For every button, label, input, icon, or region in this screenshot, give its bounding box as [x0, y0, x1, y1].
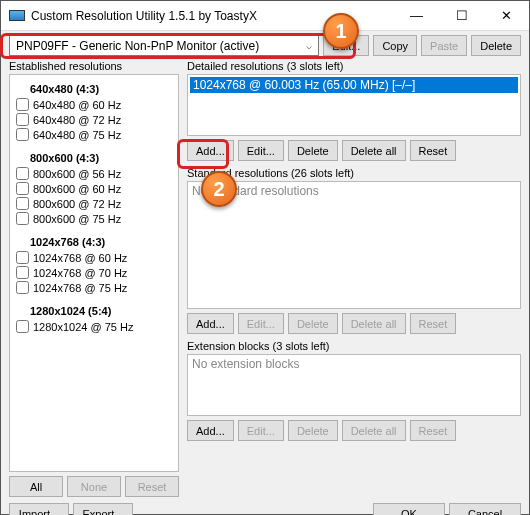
extension-reset-button[interactable]: Reset — [410, 420, 457, 441]
extension-edit-button[interactable]: Edit... — [238, 420, 284, 441]
window-buttons: — ☐ ✕ — [394, 1, 529, 30]
minimize-button[interactable]: — — [394, 1, 439, 30]
resolution-group-header: 1024x768 (4:3) — [16, 232, 172, 250]
standard-deleteall-button[interactable]: Delete all — [342, 313, 406, 334]
callout-2: 2 — [201, 171, 237, 207]
app-icon — [9, 10, 25, 21]
left-column: Established resolutions 640x480 (4:3)640… — [9, 60, 179, 497]
detailed-add-button[interactable]: Add... — [187, 140, 234, 161]
resolution-group-header: 800x600 (4:3) — [16, 148, 172, 166]
resolution-label: 1280x1024 @ 75 Hz — [33, 321, 133, 333]
right-column: Detailed resolutions (3 slots left) 1024… — [187, 60, 521, 497]
established-reset-button[interactable]: Reset — [125, 476, 179, 497]
resolution-checkbox[interactable] — [16, 182, 29, 195]
resolution-checkbox[interactable] — [16, 113, 29, 126]
resolution-checkbox[interactable] — [16, 266, 29, 279]
resolution-label: 640x480 @ 75 Hz — [33, 129, 121, 141]
extension-deleteall-button[interactable]: Delete all — [342, 420, 406, 441]
resolution-checkbox[interactable] — [16, 167, 29, 180]
resolution-item[interactable]: 800x600 @ 60 Hz — [16, 181, 172, 196]
none-button[interactable]: None — [67, 476, 121, 497]
resolution-label: 1024x768 @ 70 Hz — [33, 267, 127, 279]
resolution-checkbox[interactable] — [16, 251, 29, 264]
resolution-label: 1024x768 @ 60 Hz — [33, 252, 127, 264]
content: 1 PNP09FF - Generic Non-PnP Monitor (act… — [1, 31, 529, 515]
resolution-item[interactable]: 640x480 @ 72 Hz — [16, 112, 172, 127]
paste-button[interactable]: Paste — [421, 35, 467, 56]
resolution-label: 800x600 @ 75 Hz — [33, 213, 121, 225]
close-button[interactable]: ✕ — [484, 1, 529, 30]
callout-1: 1 — [323, 13, 359, 49]
standard-list[interactable]: No standard resolutions — [187, 181, 521, 309]
resolution-checkbox[interactable] — [16, 197, 29, 210]
detailed-buttons: Add... Edit... Delete Delete all Reset — [187, 140, 521, 161]
resolution-group-header: 1280x1024 (5:4) — [16, 301, 172, 319]
spacer — [137, 503, 369, 515]
resolution-checkbox[interactable] — [16, 212, 29, 225]
resolution-item[interactable]: 1280x1024 @ 75 Hz — [16, 319, 172, 334]
resolution-item[interactable]: 800x600 @ 72 Hz — [16, 196, 172, 211]
extension-empty-text: No extension blocks — [192, 357, 299, 371]
established-list: 640x480 (4:3)640x480 @ 60 Hz640x480 @ 72… — [9, 74, 179, 472]
all-button[interactable]: All — [9, 476, 63, 497]
chevron-down-icon: ⌵ — [306, 40, 312, 51]
standard-reset-button[interactable]: Reset — [410, 313, 457, 334]
resolution-group-header: 640x480 (4:3) — [16, 79, 172, 97]
detailed-list[interactable]: 1024x768 @ 60.003 Hz (65.00 MHz) [–/–] — [187, 74, 521, 136]
monitor-dropdown[interactable]: PNP09FF - Generic Non-PnP Monitor (activ… — [9, 35, 319, 56]
extension-delete-button[interactable]: Delete — [288, 420, 338, 441]
resolution-label: 640x480 @ 72 Hz — [33, 114, 121, 126]
resolution-item[interactable]: 800x600 @ 56 Hz — [16, 166, 172, 181]
standard-label: Standard resolutions (26 slots left) — [187, 167, 521, 179]
resolution-item[interactable]: 1024x768 @ 70 Hz — [16, 265, 172, 280]
standard-delete-button[interactable]: Delete — [288, 313, 338, 334]
copy-button[interactable]: Copy — [373, 35, 417, 56]
detailed-edit-button[interactable]: Edit... — [238, 140, 284, 161]
detailed-label: Detailed resolutions (3 slots left) — [187, 60, 521, 72]
resolution-checkbox[interactable] — [16, 128, 29, 141]
established-buttons: All None Reset — [9, 476, 179, 497]
resolution-label: 640x480 @ 60 Hz — [33, 99, 121, 111]
cancel-button[interactable]: Cancel — [449, 503, 521, 515]
resolution-item[interactable]: 1024x768 @ 75 Hz — [16, 280, 172, 295]
standard-edit-button[interactable]: Edit... — [238, 313, 284, 334]
standard-add-button[interactable]: Add... — [187, 313, 234, 334]
resolution-checkbox[interactable] — [16, 281, 29, 294]
delete-monitor-button[interactable]: Delete — [471, 35, 521, 56]
detailed-reset-button[interactable]: Reset — [410, 140, 457, 161]
top-row: PNP09FF - Generic Non-PnP Monitor (activ… — [9, 35, 521, 56]
app-window: Custom Resolution Utility 1.5.1 by Toast… — [0, 0, 530, 515]
extension-add-button[interactable]: Add... — [187, 420, 234, 441]
columns: Established resolutions 640x480 (4:3)640… — [9, 60, 521, 497]
bottom-row: Import... Export... OK Cancel — [9, 503, 521, 515]
monitor-selected-text: PNP09FF - Generic Non-PnP Monitor (activ… — [16, 39, 259, 53]
resolution-item[interactable]: 800x600 @ 75 Hz — [16, 211, 172, 226]
export-button[interactable]: Export... — [73, 503, 133, 515]
standard-buttons: Add... Edit... Delete Delete all Reset — [187, 313, 521, 334]
resolution-label: 800x600 @ 60 Hz — [33, 183, 121, 195]
resolution-checkbox[interactable] — [16, 98, 29, 111]
resolution-item[interactable]: 640x480 @ 60 Hz — [16, 97, 172, 112]
extension-label: Extension blocks (3 slots left) — [187, 340, 521, 352]
resolution-item[interactable]: 1024x768 @ 60 Hz — [16, 250, 172, 265]
resolution-checkbox[interactable] — [16, 320, 29, 333]
resolution-label: 800x600 @ 56 Hz — [33, 168, 121, 180]
import-button[interactable]: Import... — [9, 503, 69, 515]
resolution-label: 800x600 @ 72 Hz — [33, 198, 121, 210]
titlebar: Custom Resolution Utility 1.5.1 by Toast… — [1, 1, 529, 31]
extension-list[interactable]: No extension blocks — [187, 354, 521, 416]
detailed-item-selected[interactable]: 1024x768 @ 60.003 Hz (65.00 MHz) [–/–] — [190, 77, 518, 93]
detailed-delete-button[interactable]: Delete — [288, 140, 338, 161]
ok-button[interactable]: OK — [373, 503, 445, 515]
maximize-button[interactable]: ☐ — [439, 1, 484, 30]
resolution-label: 1024x768 @ 75 Hz — [33, 282, 127, 294]
extension-buttons: Add... Edit... Delete Delete all Reset — [187, 420, 521, 441]
detailed-deleteall-button[interactable]: Delete all — [342, 140, 406, 161]
established-label: Established resolutions — [9, 60, 179, 72]
resolution-item[interactable]: 640x480 @ 75 Hz — [16, 127, 172, 142]
